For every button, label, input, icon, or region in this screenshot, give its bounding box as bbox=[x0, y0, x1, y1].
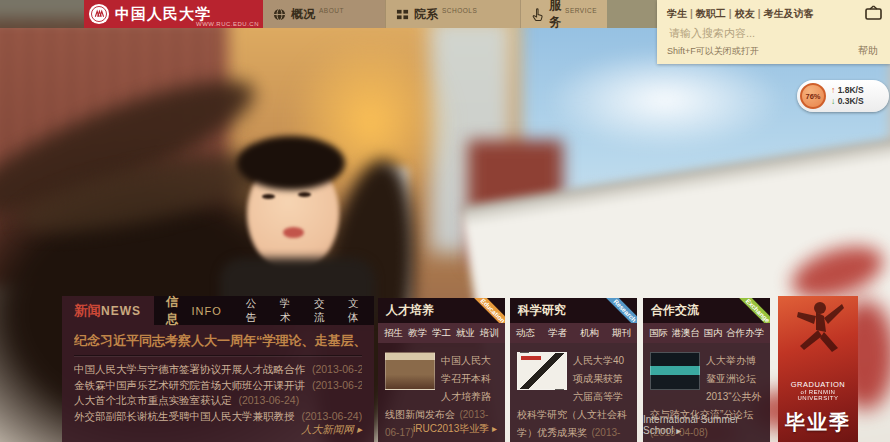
exchange-title[interactable]: 合作交流 bbox=[643, 298, 770, 323]
poster-text: GRADUATION of RENMIN UNIVERSITY bbox=[778, 380, 858, 401]
news-item-date: (2013-06-25) bbox=[312, 379, 362, 391]
globe-icon bbox=[273, 8, 286, 21]
tab-service-label: 服务 bbox=[549, 0, 561, 31]
news-item-title[interactable]: 外交部副部长谢杭生受聘中国人民大学兼职教授 bbox=[74, 410, 295, 422]
tab-service-sublabel: SERVICE bbox=[565, 7, 597, 14]
search-input[interactable] bbox=[667, 26, 871, 40]
download-rate: 0.3K/S bbox=[838, 96, 864, 106]
subnav-hk-macau-taiwan[interactable]: 港澳台 bbox=[672, 327, 701, 340]
help-link[interactable]: 帮助 bbox=[858, 44, 878, 58]
site-url: WWW.RUC.EDU.CN bbox=[196, 21, 259, 27]
research-body: 人民大学40项成果获第六届高等学校科学研究（人文社会科学）优秀成果奖 (2013… bbox=[510, 343, 637, 442]
girl-eye bbox=[262, 194, 275, 199]
speed-percent-badge: 76% bbox=[800, 83, 826, 109]
download-arrow-icon: ↓ bbox=[831, 96, 835, 106]
news-list-item[interactable]: 中国人民大学与宁德市签署协议开展人才战略合作 (2013-06-25) bbox=[74, 362, 362, 378]
research-title[interactable]: 科学研究 bbox=[510, 298, 637, 323]
subnav-training[interactable]: 培训 bbox=[480, 327, 499, 340]
research-header: 科学研究 Research bbox=[510, 298, 637, 323]
research-subnav: 动态 学者 机构 期刊 bbox=[510, 323, 637, 343]
news-list-item[interactable]: 金铁霖中国声乐艺术研究院首场大师班公开课开讲 (2013-06-25) bbox=[74, 378, 362, 394]
news-headline[interactable]: 纪念习近平同志考察人大一周年“学理论、走基层、长才 bbox=[74, 332, 362, 350]
subnav-admissions[interactable]: 招生 bbox=[384, 327, 403, 340]
news-title-en: NEWS bbox=[101, 304, 141, 318]
tab-about-sublabel: ABOUT bbox=[319, 7, 344, 14]
subnav-teaching[interactable]: 教学 bbox=[408, 327, 427, 340]
education-more-link[interactable]: iRUC2013毕业季 ▸ bbox=[413, 422, 497, 436]
tab-schools[interactable]: 院系 SCHOOLS bbox=[385, 0, 520, 28]
header-left-strip bbox=[0, 0, 84, 28]
upload-arrow-icon: ↑ bbox=[831, 85, 835, 95]
news-item-date: (2013-06-25) bbox=[312, 363, 362, 375]
news-item-title[interactable]: 金铁霖中国声乐艺术研究院首场大师班公开课开讲 bbox=[74, 379, 305, 391]
info-tab-bar: 信息 INFO 公告 学术 交流 文体 bbox=[154, 296, 374, 325]
subnav-joint-programs[interactable]: 合作办学 bbox=[726, 327, 764, 340]
news-list-item[interactable]: 外交部副部长谢杭生受聘中国人民大学兼职教授 (2013-06-24) bbox=[74, 409, 362, 425]
subnav-employment[interactable]: 就业 bbox=[456, 327, 475, 340]
hero-cloud bbox=[545, 50, 785, 150]
logo[interactable]: 中国人民大学 WWW.RUC.EDU.CN bbox=[84, 0, 263, 28]
info-item-academic[interactable]: 学术 bbox=[280, 297, 298, 325]
tab-info[interactable]: 信息 bbox=[166, 294, 188, 328]
news-list-item[interactable]: 人大首个北京市重点实验室获认定 (2013-06-24) bbox=[74, 393, 362, 409]
hand-pointer-icon bbox=[531, 8, 544, 21]
news-item-title[interactable]: 中国人民大学与宁德市签署协议开展人才战略合作 bbox=[74, 363, 305, 375]
exchange-panel: 合作交流 Exchange 国际 港澳台 国内 合作办学 人大举办博鳌亚洲论坛2… bbox=[643, 298, 770, 442]
info-item-culture[interactable]: 文体 bbox=[348, 297, 366, 325]
girl-eye bbox=[298, 192, 311, 197]
research-panel: 科学研究 Research 动态 学者 机构 期刊 人民大学40项成果获第六届高… bbox=[510, 298, 637, 442]
tab-news[interactable]: 新闻 NEWS bbox=[62, 296, 154, 325]
tab-info-en[interactable]: INFO bbox=[192, 305, 222, 317]
news-more-link[interactable]: 人大新闻网 ▸ bbox=[301, 423, 362, 437]
info-item-exchange[interactable]: 交流 bbox=[314, 297, 332, 325]
poster-line-university: UNIVERSITY bbox=[778, 395, 858, 401]
news-title-zh: 新闻 bbox=[74, 302, 101, 320]
tab-about[interactable]: 概况 ABOUT bbox=[263, 0, 385, 28]
divider: | bbox=[690, 8, 693, 19]
subnav-scholars[interactable]: 学者 bbox=[548, 327, 567, 340]
link-students[interactable]: 学生 bbox=[667, 8, 687, 19]
search-hint: Shift+F可以关闭或打开 bbox=[667, 45, 759, 58]
news-thumbnail[interactable] bbox=[650, 352, 700, 390]
network-speed-widget[interactable]: 76% ↑ 1.8K/S ↓ 0.3K/S bbox=[797, 80, 889, 112]
tab-schools-sublabel: SCHOOLS bbox=[442, 7, 477, 14]
link-faculty[interactable]: 教职工 bbox=[696, 8, 726, 19]
tv-icon[interactable] bbox=[865, 5, 882, 20]
ruc-seal-icon bbox=[88, 3, 110, 25]
education-panel: 人才培养 Education 招生 教学 学工 就业 培训 中国人民大学召开本科… bbox=[378, 298, 505, 442]
main-nav: 概况 ABOUT 院系 SCHOOLS 服务 SERVICE bbox=[263, 0, 657, 28]
education-header: 人才培养 Education bbox=[378, 298, 505, 323]
education-subnav: 招生 教学 学工 就业 培训 bbox=[378, 323, 505, 343]
tab-service[interactable]: 服务 SERVICE bbox=[520, 0, 607, 28]
speed-rates: ↑ 1.8K/S ↓ 0.3K/S bbox=[831, 85, 864, 107]
subnav-domestic[interactable]: 国内 bbox=[704, 327, 723, 340]
news-header: 新闻 NEWS 信息 INFO 公告 学术 交流 文体 bbox=[62, 296, 374, 325]
girl-smile bbox=[283, 227, 304, 238]
tab-about-label: 概况 bbox=[291, 6, 315, 23]
user-links: 学生|教职工|校友|考生及访客 bbox=[667, 7, 860, 21]
graduation-poster-banner[interactable]: GRADUATION of RENMIN UNIVERSITY 毕业季 bbox=[778, 296, 858, 442]
divider bbox=[74, 355, 362, 357]
news-thumbnail[interactable] bbox=[385, 352, 435, 390]
news-item-date: (2013-06-24) bbox=[238, 394, 299, 406]
news-item-date: (2013-06-24) bbox=[301, 410, 362, 422]
subnav-journals[interactable]: 期刊 bbox=[612, 327, 631, 340]
exchange-more-link[interactable]: International Summer School ▸ bbox=[643, 414, 762, 436]
subnav-international[interactable]: 国际 bbox=[649, 327, 668, 340]
info-item-announcements[interactable]: 公告 bbox=[246, 297, 264, 325]
divider: | bbox=[758, 8, 761, 19]
subnav-updates[interactable]: 动态 bbox=[516, 327, 535, 340]
tab-schools-label: 院系 bbox=[414, 6, 438, 23]
news-thumbnail[interactable] bbox=[517, 352, 567, 390]
girl-bangs bbox=[237, 136, 345, 190]
news-item-title[interactable]: 人大首个北京市重点实验室获认定 bbox=[74, 394, 232, 406]
exchange-header: 合作交流 Exchange bbox=[643, 298, 770, 323]
jumping-student-silhouette bbox=[786, 296, 850, 376]
subnav-student-affairs[interactable]: 学工 bbox=[432, 327, 451, 340]
education-title[interactable]: 人才培养 bbox=[378, 298, 505, 323]
subnav-institutes[interactable]: 机构 bbox=[580, 327, 599, 340]
link-visitors[interactable]: 考生及访客 bbox=[763, 8, 813, 19]
divider: | bbox=[729, 8, 732, 19]
link-alumni[interactable]: 校友 bbox=[735, 8, 755, 19]
grid-icon bbox=[396, 8, 409, 21]
